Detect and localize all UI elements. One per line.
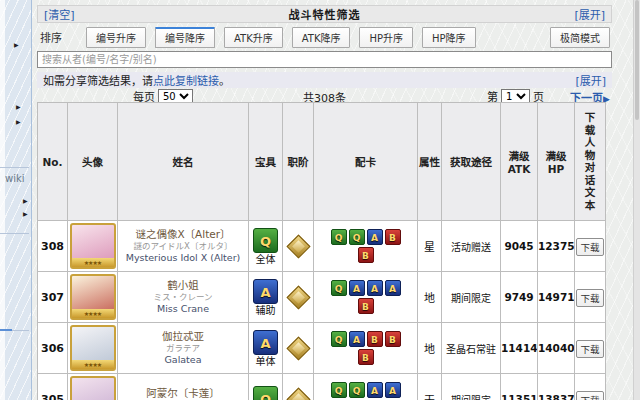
command-card-icon: A bbox=[367, 280, 383, 296]
sidebar-collapse-arrow-icon[interactable]: ▶ bbox=[23, 198, 28, 204]
servant-avatar[interactable]: ★★★★ bbox=[70, 223, 116, 269]
share-text-end: 。 bbox=[219, 72, 230, 88]
sidebar-divider-accent bbox=[0, 329, 12, 331]
servant-attribute: 地 bbox=[418, 272, 442, 323]
table-row: 306 ★★★★ 伽拉忒亚 ガラテア Galatea A 单体 bbox=[38, 323, 606, 374]
servant-avatar[interactable]: ★★★★ bbox=[70, 325, 116, 371]
servant-name-zh[interactable]: 谜之偶像X〔Alter〕 bbox=[118, 228, 248, 241]
command-card-icon: B bbox=[385, 229, 401, 245]
command-card-icon: Q bbox=[331, 280, 347, 296]
servant-acquire: 活动赠送 bbox=[442, 221, 501, 272]
share-bar: 如需分享筛选结果，请点此复制链接。 [展开] bbox=[37, 72, 612, 88]
table-row: 308 ★★★★ 谜之偶像X〔Alter〕 謎のアイドルX〔オルタ〕 Myste… bbox=[38, 221, 606, 272]
servant-name-jp: ミス・クレーン bbox=[118, 292, 248, 303]
servant-name-jp: 謎のアイドルX〔オルタ〕 bbox=[118, 241, 248, 252]
sidebar-collapse-arrow-icon[interactable]: ▶ bbox=[23, 211, 28, 217]
sidebar-wiki-label[interactable]: wiki bbox=[5, 173, 25, 184]
servant-name-zh[interactable]: 鹤小姐 bbox=[118, 279, 248, 292]
servant-table: No. 头像 姓名 宝具 职阶 配卡 属性 获取途径 满级ATK 满级HP 下载… bbox=[37, 102, 606, 400]
servant-name-zh[interactable]: 伽拉忒亚 bbox=[118, 330, 248, 343]
command-card-icon: B bbox=[358, 349, 374, 365]
download-button[interactable]: 下载 bbox=[576, 238, 603, 256]
download-button[interactable]: 下载 bbox=[576, 289, 603, 307]
servant-table-wrap: No. 头像 姓名 宝具 职阶 配卡 属性 获取途径 满级ATK 满级HP 下载… bbox=[37, 102, 606, 400]
sidebar-edge bbox=[0, 0, 5, 400]
command-card-icon: A bbox=[385, 280, 401, 296]
col-header-avatar: 头像 bbox=[68, 103, 118, 221]
command-card-icon: Q bbox=[331, 331, 347, 347]
servant-max-atk: 9749 bbox=[501, 272, 538, 323]
servant-no: 306 bbox=[38, 323, 68, 374]
servant-acquire: 期间限定 bbox=[442, 272, 501, 323]
servant-max-atk: 9045 bbox=[501, 221, 538, 272]
scrollbar-thumb[interactable] bbox=[635, 0, 639, 120]
sidebar-collapse-arrow-icon[interactable]: ▶ bbox=[16, 119, 21, 125]
col-header-atk: 满级ATK bbox=[501, 103, 538, 221]
table-row: 307 ★★★★ 鹤小姐 ミス・クレーン Miss Crane A 辅助 bbox=[38, 272, 606, 323]
clear-filter-link[interactable]: [清空] bbox=[44, 6, 75, 22]
command-card-icon: Q bbox=[331, 382, 347, 398]
share-expand-link[interactable]: [展开] bbox=[575, 72, 606, 88]
wiki-sidebar: ▶ ▶ ▶ wiki ▶ ▶ bbox=[0, 0, 32, 400]
servant-attribute: 地 bbox=[418, 323, 442, 374]
sort-no-asc-button[interactable]: 编号升序 bbox=[86, 27, 146, 48]
download-button[interactable]: 下载 bbox=[576, 340, 603, 358]
np-target-label: 辅助 bbox=[249, 305, 282, 316]
servant-name-jp: ガラテア bbox=[118, 343, 248, 354]
command-card-icon: B bbox=[358, 298, 374, 314]
sort-hp-asc-button[interactable]: HP升序 bbox=[359, 27, 413, 48]
sort-bar: 排序 编号升序 编号降序 ATK升序 ATK降序 HP升序 HP降序 极简模式 bbox=[37, 27, 612, 47]
command-card-icon: A bbox=[367, 382, 383, 398]
servant-attribute: 天 bbox=[418, 374, 442, 400]
servant-search-input[interactable] bbox=[37, 51, 612, 68]
minimal-mode-button[interactable]: 极简模式 bbox=[550, 27, 610, 48]
download-button[interactable]: 下载 bbox=[576, 391, 603, 400]
command-card-icon: B bbox=[385, 331, 401, 347]
command-card-icon: B bbox=[367, 331, 383, 347]
servant-name-en: Galatea bbox=[118, 354, 248, 366]
sidebar-divider bbox=[0, 167, 29, 168]
table-row: 305 ★★★★ 阿蒙尔〔卡莲〕 アムール〔カレン〕 Q bbox=[38, 374, 606, 400]
col-header-np: 宝具 bbox=[249, 103, 283, 221]
command-card-icon: A bbox=[367, 229, 383, 245]
caster-class-icon bbox=[286, 285, 310, 309]
avatar-star-strip: ★★★★ bbox=[72, 360, 114, 369]
servant-no: 308 bbox=[38, 221, 68, 272]
command-card-icon: B bbox=[358, 247, 374, 263]
copy-link[interactable]: 点此复制链接 bbox=[153, 72, 219, 88]
filter-panel-title: 战斗特性筛选 bbox=[75, 6, 575, 22]
col-header-attribute: 属性 bbox=[418, 103, 442, 221]
battle-trait-filter-bar: [清空] 战斗特性筛选 [展开] bbox=[37, 5, 612, 23]
servant-name-en: Mysterious Idol X (Alter) bbox=[118, 252, 248, 264]
np-card-icon: Q bbox=[253, 228, 278, 253]
filter-expand-link[interactable]: [展开] bbox=[574, 6, 605, 22]
sort-atk-asc-button[interactable]: ATK升序 bbox=[224, 27, 283, 48]
avatar-star-strip: ★★★★ bbox=[72, 309, 114, 318]
col-header-class: 职阶 bbox=[283, 103, 314, 221]
command-card-icon: Q bbox=[349, 382, 365, 398]
foreigner-class-icon bbox=[286, 234, 310, 258]
sort-atk-desc-button[interactable]: ATK降序 bbox=[292, 27, 351, 48]
sort-label: 排序 bbox=[40, 29, 62, 45]
page-scrollbar[interactable] bbox=[633, 0, 640, 400]
sort-no-desc-button[interactable]: 编号降序 bbox=[155, 27, 215, 48]
sidebar-collapse-arrow-icon[interactable]: ▶ bbox=[14, 42, 19, 48]
servant-avatar[interactable]: ★★★★ bbox=[70, 274, 116, 320]
servant-max-atk: 11414 bbox=[501, 323, 538, 374]
servant-max-hp: 12375 bbox=[538, 221, 575, 272]
col-header-no: No. bbox=[38, 103, 68, 221]
servant-name-zh[interactable]: 阿蒙尔〔卡莲〕 bbox=[118, 387, 248, 400]
col-header-hp: 满级HP bbox=[538, 103, 575, 221]
ruler-class-icon bbox=[286, 387, 310, 400]
servant-avatar[interactable]: ★★★★ bbox=[70, 376, 116, 400]
pagination-bar: 每页 50 共308条 第 1 页 下一页▶ bbox=[37, 88, 612, 102]
servant-max-hp: 13837 bbox=[538, 374, 575, 400]
sort-hp-desc-button[interactable]: HP降序 bbox=[422, 27, 476, 48]
command-card-icon: A bbox=[349, 331, 365, 347]
command-card-icon: Q bbox=[331, 229, 347, 245]
sidebar-collapse-arrow-icon[interactable]: ▶ bbox=[16, 104, 21, 110]
servant-acquire: 期间限定 bbox=[442, 374, 501, 400]
np-card-icon: A bbox=[253, 279, 278, 304]
servant-no: 307 bbox=[38, 272, 68, 323]
servant-max-hp: 14040 bbox=[538, 323, 575, 374]
